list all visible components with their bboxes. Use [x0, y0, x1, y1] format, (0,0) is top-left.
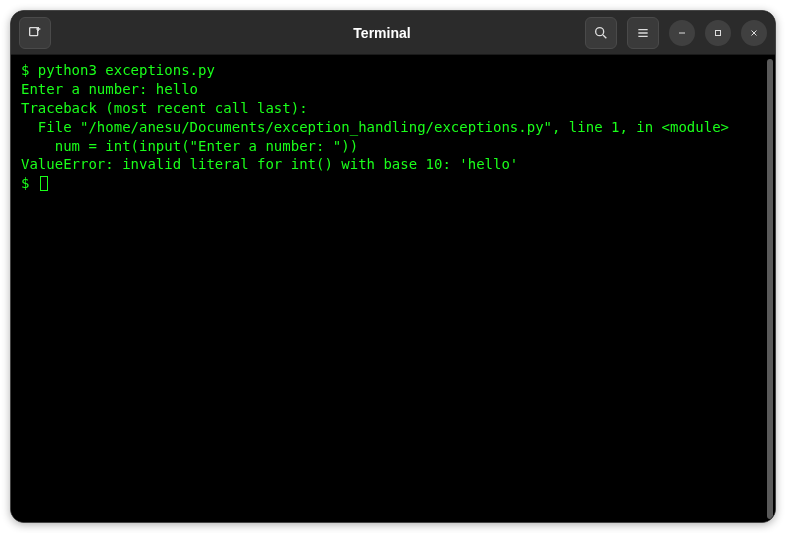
new-tab-icon — [27, 25, 43, 41]
search-button[interactable] — [585, 17, 617, 49]
window-title: Terminal — [187, 25, 577, 41]
terminal-window: Terminal $ python3 exceptions.py Enter a… — [10, 10, 776, 523]
close-button[interactable] — [741, 20, 767, 46]
output-line: Enter a number: hello — [21, 81, 198, 97]
new-tab-button[interactable] — [19, 17, 51, 49]
output-line: Traceback (most recent call last): — [21, 100, 308, 116]
terminal-content: $ python3 exceptions.py Enter a number: … — [21, 61, 765, 193]
minimize-button[interactable] — [669, 20, 695, 46]
svg-line-4 — [603, 35, 606, 38]
svg-point-3 — [596, 27, 604, 35]
prompt: $ — [21, 175, 38, 191]
minimize-icon — [676, 27, 688, 39]
terminal-body[interactable]: $ python3 exceptions.py Enter a number: … — [11, 55, 775, 522]
menu-button[interactable] — [627, 17, 659, 49]
maximize-button[interactable] — [705, 20, 731, 46]
output-line: File "/home/anesu/Documents/exception_ha… — [21, 119, 729, 135]
output-line: num = int(input("Enter a number: ")) — [21, 138, 358, 154]
search-icon — [593, 25, 609, 41]
hamburger-icon — [635, 25, 651, 41]
maximize-icon — [712, 27, 724, 39]
close-icon — [748, 27, 760, 39]
cursor — [40, 176, 48, 191]
output-line: ValueError: invalid literal for int() wi… — [21, 156, 518, 172]
titlebar: Terminal — [11, 11, 775, 55]
output-line: $ python3 exceptions.py — [21, 62, 215, 78]
svg-rect-9 — [716, 30, 721, 35]
scrollbar[interactable] — [767, 59, 773, 519]
